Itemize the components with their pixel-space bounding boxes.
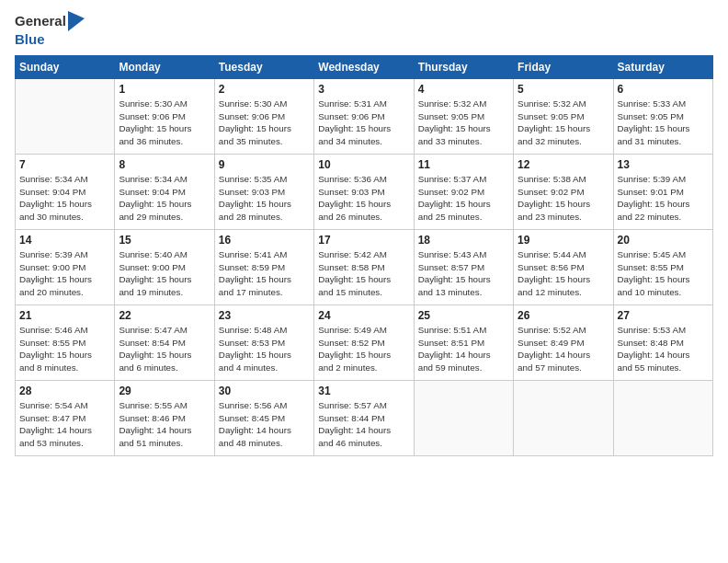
calendar-cell: 17Sunrise: 5:42 AM Sunset: 8:58 PM Dayli… <box>314 230 414 305</box>
cell-info-text: Sunrise: 5:32 AM Sunset: 9:05 PM Dayligh… <box>418 98 509 148</box>
cell-day-number: 17 <box>318 234 409 247</box>
calendar-cell: 7Sunrise: 5:34 AM Sunset: 9:04 PM Daylig… <box>16 155 115 230</box>
calendar-cell: 9Sunrise: 5:35 AM Sunset: 9:03 PM Daylig… <box>214 155 313 230</box>
cell-info-text: Sunrise: 5:41 AM Sunset: 8:59 PM Dayligh… <box>219 248 310 299</box>
calendar-cell: 18Sunrise: 5:43 AM Sunset: 8:57 PM Dayli… <box>414 230 513 305</box>
cell-info-text: Sunrise: 5:40 AM Sunset: 9:00 PM Dayligh… <box>119 248 210 299</box>
column-header-friday: Friday <box>514 56 613 79</box>
calendar-cell: 14Sunrise: 5:39 AM Sunset: 9:00 PM Dayli… <box>16 230 115 305</box>
cell-day-number: 27 <box>618 309 709 322</box>
cell-day-number: 21 <box>19 309 110 322</box>
cell-info-text: Sunrise: 5:39 AM Sunset: 9:01 PM Dayligh… <box>618 173 709 224</box>
cell-info-text: Sunrise: 5:56 AM Sunset: 8:45 PM Dayligh… <box>219 399 310 450</box>
calendar-cell <box>514 381 613 456</box>
cell-day-number: 11 <box>418 158 509 171</box>
calendar-cell: 23Sunrise: 5:48 AM Sunset: 8:53 PM Dayli… <box>214 305 313 381</box>
cell-day-number: 22 <box>119 309 210 322</box>
cell-info-text: Sunrise: 5:42 AM Sunset: 8:58 PM Dayligh… <box>318 248 409 299</box>
cell-info-text: Sunrise: 5:49 AM Sunset: 8:52 PM Dayligh… <box>318 324 409 374</box>
cell-info-text: Sunrise: 5:37 AM Sunset: 9:02 PM Dayligh… <box>418 173 509 224</box>
cell-day-number: 25 <box>418 309 509 322</box>
calendar-cell: 6Sunrise: 5:33 AM Sunset: 9:05 PM Daylig… <box>613 79 712 155</box>
cell-info-text: Sunrise: 5:36 AM Sunset: 9:03 PM Dayligh… <box>318 173 409 224</box>
calendar-cell: 13Sunrise: 5:39 AM Sunset: 9:01 PM Dayli… <box>613 155 712 230</box>
cell-day-number: 28 <box>19 385 110 397</box>
cell-info-text: Sunrise: 5:52 AM Sunset: 8:49 PM Dayligh… <box>518 324 609 374</box>
cell-day-number: 19 <box>518 234 609 247</box>
calendar-cell: 8Sunrise: 5:34 AM Sunset: 9:04 PM Daylig… <box>115 155 214 230</box>
column-header-monday: Monday <box>115 56 214 79</box>
cell-info-text: Sunrise: 5:30 AM Sunset: 9:06 PM Dayligh… <box>219 98 310 148</box>
cell-info-text: Sunrise: 5:53 AM Sunset: 8:48 PM Dayligh… <box>618 324 709 374</box>
calendar-cell: 29Sunrise: 5:55 AM Sunset: 8:46 PM Dayli… <box>115 381 214 456</box>
cell-info-text: Sunrise: 5:55 AM Sunset: 8:46 PM Dayligh… <box>119 399 210 450</box>
logo-blue-text: Blue <box>15 31 45 47</box>
cell-info-text: Sunrise: 5:47 AM Sunset: 8:54 PM Dayligh… <box>119 324 210 374</box>
cell-info-text: Sunrise: 5:33 AM Sunset: 9:05 PM Dayligh… <box>618 98 709 148</box>
calendar-table: SundayMondayTuesdayWednesdayThursdayFrid… <box>15 55 713 456</box>
calendar-cell: 27Sunrise: 5:53 AM Sunset: 8:48 PM Dayli… <box>613 305 712 381</box>
column-header-sunday: Sunday <box>16 56 115 79</box>
cell-day-number: 10 <box>318 158 409 171</box>
cell-day-number: 24 <box>318 309 409 322</box>
week-row-2: 7Sunrise: 5:34 AM Sunset: 9:04 PM Daylig… <box>16 155 713 230</box>
calendar-cell: 25Sunrise: 5:51 AM Sunset: 8:51 PM Dayli… <box>414 305 513 381</box>
cell-day-number: 9 <box>219 158 310 171</box>
calendar-cell: 19Sunrise: 5:44 AM Sunset: 8:56 PM Dayli… <box>514 230 613 305</box>
cell-info-text: Sunrise: 5:32 AM Sunset: 9:05 PM Dayligh… <box>518 98 609 148</box>
column-header-saturday: Saturday <box>613 56 712 79</box>
calendar-cell: 20Sunrise: 5:45 AM Sunset: 8:55 PM Dayli… <box>613 230 712 305</box>
week-row-1: 1Sunrise: 5:30 AM Sunset: 9:06 PM Daylig… <box>16 79 713 155</box>
cell-day-number: 7 <box>19 158 110 171</box>
cell-day-number: 20 <box>618 234 709 247</box>
week-row-5: 28Sunrise: 5:54 AM Sunset: 8:47 PM Dayli… <box>16 381 713 456</box>
cell-day-number: 14 <box>19 234 110 247</box>
cell-info-text: Sunrise: 5:45 AM Sunset: 8:55 PM Dayligh… <box>618 248 709 299</box>
logo-icon <box>68 11 85 31</box>
cell-day-number: 3 <box>318 83 409 96</box>
cell-info-text: Sunrise: 5:51 AM Sunset: 8:51 PM Dayligh… <box>418 324 509 374</box>
cell-day-number: 23 <box>219 309 310 322</box>
calendar-cell: 30Sunrise: 5:56 AM Sunset: 8:45 PM Dayli… <box>214 381 313 456</box>
cell-info-text: Sunrise: 5:31 AM Sunset: 9:06 PM Dayligh… <box>318 98 409 148</box>
logo-general-text: General <box>15 13 66 29</box>
calendar-cell <box>16 79 115 155</box>
cell-info-text: Sunrise: 5:34 AM Sunset: 9:04 PM Dayligh… <box>119 173 210 224</box>
calendar-cell: 21Sunrise: 5:46 AM Sunset: 8:55 PM Dayli… <box>16 305 115 381</box>
cell-info-text: Sunrise: 5:34 AM Sunset: 9:04 PM Dayligh… <box>19 173 110 224</box>
cell-day-number: 15 <box>119 234 210 247</box>
cell-day-number: 29 <box>119 385 210 397</box>
calendar-cell: 26Sunrise: 5:52 AM Sunset: 8:49 PM Dayli… <box>514 305 613 381</box>
cell-day-number: 18 <box>418 234 509 247</box>
calendar-cell: 11Sunrise: 5:37 AM Sunset: 9:02 PM Dayli… <box>414 155 513 230</box>
cell-info-text: Sunrise: 5:43 AM Sunset: 8:57 PM Dayligh… <box>418 248 509 299</box>
cell-info-text: Sunrise: 5:44 AM Sunset: 8:56 PM Dayligh… <box>518 248 609 299</box>
calendar-cell: 5Sunrise: 5:32 AM Sunset: 9:05 PM Daylig… <box>514 79 613 155</box>
cell-day-number: 12 <box>518 158 609 171</box>
calendar-cell: 2Sunrise: 5:30 AM Sunset: 9:06 PM Daylig… <box>214 79 313 155</box>
cell-info-text: Sunrise: 5:46 AM Sunset: 8:55 PM Dayligh… <box>19 324 110 374</box>
calendar-cell: 12Sunrise: 5:38 AM Sunset: 9:02 PM Dayli… <box>514 155 613 230</box>
cell-info-text: Sunrise: 5:38 AM Sunset: 9:02 PM Dayligh… <box>518 173 609 224</box>
column-header-wednesday: Wednesday <box>314 56 414 79</box>
calendar-cell <box>414 381 513 456</box>
cell-info-text: Sunrise: 5:30 AM Sunset: 9:06 PM Dayligh… <box>119 98 210 148</box>
cell-day-number: 31 <box>318 385 409 397</box>
calendar-cell: 31Sunrise: 5:57 AM Sunset: 8:44 PM Dayli… <box>314 381 414 456</box>
cell-day-number: 16 <box>219 234 310 247</box>
calendar-cell: 4Sunrise: 5:32 AM Sunset: 9:05 PM Daylig… <box>414 79 513 155</box>
cell-day-number: 5 <box>518 83 609 96</box>
cell-info-text: Sunrise: 5:48 AM Sunset: 8:53 PM Dayligh… <box>219 324 310 374</box>
cell-day-number: 1 <box>119 83 210 96</box>
cell-day-number: 13 <box>618 158 709 171</box>
cell-day-number: 4 <box>418 83 509 96</box>
calendar-cell <box>613 381 712 456</box>
calendar-cell: 24Sunrise: 5:49 AM Sunset: 8:52 PM Dayli… <box>314 305 414 381</box>
svg-marker-0 <box>68 11 85 31</box>
logo: General Blue <box>15 11 85 48</box>
cell-day-number: 30 <box>219 385 310 397</box>
cell-info-text: Sunrise: 5:39 AM Sunset: 9:00 PM Dayligh… <box>19 248 110 299</box>
cell-info-text: Sunrise: 5:57 AM Sunset: 8:44 PM Dayligh… <box>318 399 409 450</box>
cell-day-number: 8 <box>119 158 210 171</box>
calendar-cell: 16Sunrise: 5:41 AM Sunset: 8:59 PM Dayli… <box>214 230 313 305</box>
